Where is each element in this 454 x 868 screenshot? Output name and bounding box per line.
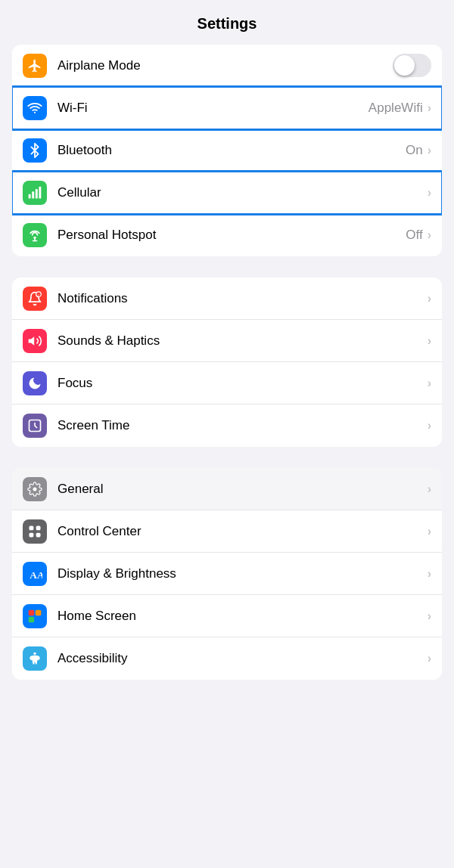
sidebar-item-bluetooth[interactable]: Bluetooth On ›: [12, 129, 442, 172]
wifi-chevron: ›: [428, 101, 431, 115]
display-chevron: ›: [428, 567, 431, 581]
cellular-chevron: ›: [428, 186, 431, 200]
airplane-mode-label: Airplane Mode: [58, 58, 393, 73]
sounds-icon: [23, 329, 47, 353]
wifi-icon: [23, 96, 47, 120]
sidebar-item-wifi[interactable]: Wi-Fi AppleWifi ›: [12, 87, 442, 129]
svg-rect-17: [29, 616, 35, 622]
svg-rect-13: [36, 532, 41, 537]
cellular-icon: [23, 181, 47, 205]
bluetooth-chevron: ›: [428, 144, 431, 157]
screen-time-label: Screen Time: [58, 418, 428, 433]
hotspot-label: Personal Hotspot: [58, 228, 406, 243]
svg-rect-3: [36, 189, 38, 199]
bluetooth-label: Bluetooth: [58, 143, 406, 158]
sidebar-item-notifications[interactable]: ! Notifications ›: [12, 277, 442, 320]
svg-point-19: [33, 653, 36, 655]
accessibility-icon: [23, 646, 47, 671]
svg-rect-12: [30, 532, 34, 537]
svg-rect-1: [29, 194, 31, 198]
page-title: Settings: [0, 0, 454, 45]
network-group: Airplane Mode Wi-Fi AppleWifi › Bluetoot…: [12, 45, 442, 256]
screen-time-icon: [23, 414, 47, 438]
svg-text:!: !: [38, 293, 39, 296]
sidebar-item-display[interactable]: AA Display & Brightness ›: [12, 553, 442, 595]
sidebar-item-sounds[interactable]: Sounds & Haptics ›: [12, 320, 442, 362]
control-center-label: Control Center: [58, 524, 428, 539]
accessibility-chevron: ›: [428, 652, 431, 665]
svg-rect-11: [36, 525, 41, 530]
sidebar-item-control-center[interactable]: Control Center ›: [12, 510, 442, 553]
svg-rect-4: [39, 186, 41, 198]
focus-icon: [23, 371, 47, 395]
airplane-mode-icon: [23, 54, 47, 78]
sidebar-item-home-screen[interactable]: Home Screen ›: [12, 595, 442, 637]
hotspot-icon: [23, 223, 47, 247]
accessibility-label: Accessibility: [58, 651, 428, 666]
display-label: Display & Brightness: [58, 566, 428, 581]
sidebar-item-accessibility[interactable]: Accessibility ›: [12, 637, 442, 680]
general-icon: [23, 477, 47, 501]
control-center-chevron: ›: [428, 525, 431, 538]
bluetooth-value: On: [406, 143, 423, 158]
svg-rect-16: [36, 609, 42, 615]
focus-label: Focus: [58, 376, 428, 391]
sounds-chevron: ›: [428, 334, 431, 348]
svg-rect-10: [30, 525, 34, 530]
home-screen-label: Home Screen: [58, 609, 428, 624]
sidebar-item-general[interactable]: General ›: [12, 468, 442, 510]
sidebar-item-hotspot[interactable]: Personal Hotspot Off ›: [12, 214, 442, 256]
svg-rect-2: [32, 191, 34, 198]
notifications-label: Notifications: [58, 291, 428, 306]
notifications-chevron: ›: [428, 292, 431, 305]
sidebar-item-focus[interactable]: Focus ›: [12, 362, 442, 405]
svg-point-0: [34, 111, 36, 113]
sidebar-item-cellular[interactable]: Cellular ›: [12, 172, 442, 214]
sidebar-item-airplane-mode[interactable]: Airplane Mode: [12, 45, 442, 87]
wifi-label: Wi-Fi: [58, 101, 368, 116]
notifications-icon: !: [23, 287, 47, 311]
system-group: General › Control Center › AA Display & …: [12, 468, 442, 680]
svg-rect-18: [36, 616, 42, 622]
home-screen-icon: [23, 604, 47, 628]
hotspot-chevron: ›: [428, 228, 431, 242]
svg-text:AA: AA: [30, 569, 42, 580]
airplane-mode-toggle[interactable]: [393, 54, 431, 77]
general-chevron: ›: [428, 482, 431, 496]
svg-marker-8: [29, 336, 35, 346]
notifications-group: ! Notifications › Sounds & Haptics › Foc…: [12, 277, 442, 447]
svg-rect-15: [29, 609, 35, 615]
cellular-label: Cellular: [58, 185, 428, 200]
focus-chevron: ›: [428, 377, 431, 390]
screen-time-chevron: ›: [428, 419, 431, 432]
wifi-value: AppleWifi: [368, 101, 423, 116]
general-label: General: [58, 482, 428, 497]
home-screen-chevron: ›: [428, 609, 431, 623]
control-center-icon: [23, 519, 47, 544]
bluetooth-icon: [23, 138, 47, 163]
display-icon: AA: [23, 562, 47, 586]
sounds-label: Sounds & Haptics: [58, 333, 428, 349]
sidebar-item-screen-time[interactable]: Screen Time ›: [12, 405, 442, 447]
hotspot-value: Off: [406, 228, 422, 243]
